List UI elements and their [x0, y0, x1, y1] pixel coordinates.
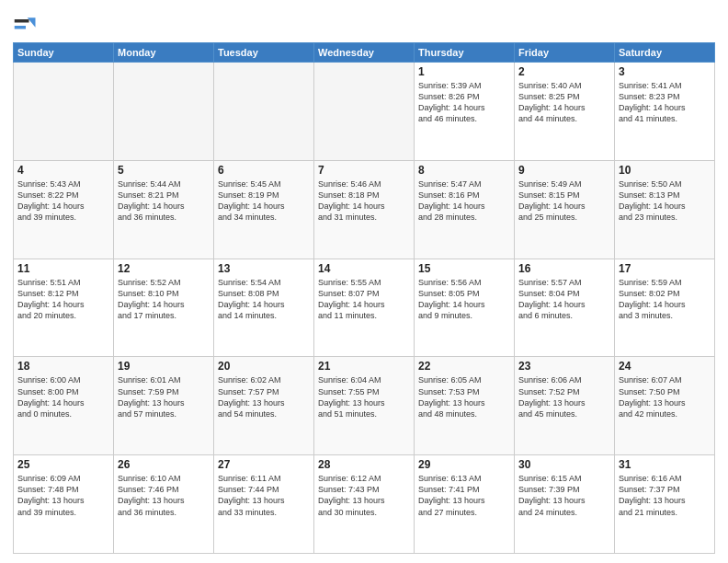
day-info: Sunrise: 5:51 AM Sunset: 8:12 PM Dayligh… — [17, 277, 109, 322]
day-number: 11 — [17, 262, 109, 275]
day-info: Sunrise: 6:07 AM Sunset: 7:50 PM Dayligh… — [619, 374, 711, 419]
day-info: Sunrise: 5:46 AM Sunset: 8:18 PM Dayligh… — [318, 178, 410, 224]
day-info: Sunrise: 5:55 AM Sunset: 8:07 PM Dayligh… — [318, 277, 410, 322]
calendar-cell: 5Sunrise: 5:44 AM Sunset: 8:21 PM Daylig… — [114, 160, 214, 259]
calendar-cell: 19Sunrise: 6:01 AM Sunset: 7:59 PM Dayli… — [114, 357, 214, 455]
day-number: 10 — [619, 164, 711, 177]
calendar-cell: 20Sunrise: 6:02 AM Sunset: 7:57 PM Dayli… — [214, 357, 314, 455]
day-number: 30 — [518, 458, 610, 471]
weekday-header-friday: Friday — [515, 43, 615, 63]
calendar-cell — [214, 63, 314, 161]
weekday-header-wednesday: Wednesday — [314, 43, 415, 63]
day-info: Sunrise: 6:11 AM Sunset: 7:44 PM Dayligh… — [218, 473, 310, 518]
calendar-cell: 24Sunrise: 6:07 AM Sunset: 7:50 PM Dayli… — [615, 357, 715, 455]
weekday-header-sunday: Sunday — [14, 43, 114, 63]
day-number: 12 — [118, 262, 210, 275]
day-number: 21 — [318, 360, 410, 373]
day-info: Sunrise: 5:43 AM Sunset: 8:22 PM Dayligh… — [17, 178, 109, 224]
day-info: Sunrise: 5:57 AM Sunset: 8:04 PM Dayligh… — [518, 277, 610, 322]
day-number: 19 — [118, 360, 210, 373]
calendar-cell: 26Sunrise: 6:10 AM Sunset: 7:46 PM Dayli… — [114, 455, 214, 554]
day-info: Sunrise: 6:13 AM Sunset: 7:41 PM Dayligh… — [418, 473, 510, 518]
weekday-header-tuesday: Tuesday — [214, 43, 314, 63]
day-info: Sunrise: 5:52 AM Sunset: 8:10 PM Dayligh… — [118, 277, 210, 322]
calendar-cell: 6Sunrise: 5:45 AM Sunset: 8:19 PM Daylig… — [214, 160, 314, 259]
calendar-cell: 3Sunrise: 5:41 AM Sunset: 8:23 PM Daylig… — [615, 63, 715, 161]
day-number: 13 — [218, 262, 310, 275]
day-number: 20 — [218, 360, 310, 373]
calendar-cell — [114, 63, 214, 161]
day-info: Sunrise: 5:39 AM Sunset: 8:26 PM Dayligh… — [418, 80, 510, 125]
day-info: Sunrise: 6:01 AM Sunset: 7:59 PM Dayligh… — [118, 374, 210, 419]
day-info: Sunrise: 6:15 AM Sunset: 7:39 PM Dayligh… — [518, 473, 610, 518]
day-info: Sunrise: 6:02 AM Sunset: 7:57 PM Dayligh… — [218, 374, 310, 419]
calendar-week-row: 1Sunrise: 5:39 AM Sunset: 8:26 PM Daylig… — [14, 63, 715, 161]
day-number: 2 — [518, 65, 610, 78]
day-number: 16 — [518, 262, 610, 275]
day-number: 25 — [17, 458, 109, 471]
page: SundayMondayTuesdayWednesdayThursdayFrid… — [0, 0, 728, 563]
day-info: Sunrise: 6:05 AM Sunset: 7:53 PM Dayligh… — [418, 374, 510, 419]
calendar-cell: 23Sunrise: 6:06 AM Sunset: 7:52 PM Dayli… — [515, 357, 615, 455]
day-number: 8 — [418, 164, 510, 177]
day-number: 23 — [518, 360, 610, 373]
calendar-cell: 11Sunrise: 5:51 AM Sunset: 8:12 PM Dayli… — [14, 259, 114, 357]
calendar-week-row: 18Sunrise: 6:00 AM Sunset: 8:00 PM Dayli… — [14, 357, 715, 455]
calendar-week-row: 25Sunrise: 6:09 AM Sunset: 7:48 PM Dayli… — [14, 455, 715, 554]
day-info: Sunrise: 5:45 AM Sunset: 8:19 PM Dayligh… — [218, 178, 310, 224]
day-info: Sunrise: 5:56 AM Sunset: 8:05 PM Dayligh… — [418, 277, 510, 322]
calendar-cell: 17Sunrise: 5:59 AM Sunset: 8:02 PM Dayli… — [615, 259, 715, 357]
calendar-cell — [314, 63, 415, 161]
day-number: 28 — [318, 458, 410, 471]
day-info: Sunrise: 6:16 AM Sunset: 7:37 PM Dayligh… — [619, 473, 711, 518]
day-number: 29 — [418, 458, 510, 471]
day-number: 22 — [418, 360, 510, 373]
calendar-cell: 31Sunrise: 6:16 AM Sunset: 7:37 PM Dayli… — [615, 455, 715, 554]
calendar-cell: 30Sunrise: 6:15 AM Sunset: 7:39 PM Dayli… — [515, 455, 615, 554]
svg-rect-3 — [15, 26, 26, 29]
calendar-cell: 10Sunrise: 5:50 AM Sunset: 8:13 PM Dayli… — [615, 160, 715, 259]
day-number: 3 — [619, 65, 711, 78]
calendar-cell: 2Sunrise: 5:40 AM Sunset: 8:25 PM Daylig… — [515, 63, 615, 161]
day-info: Sunrise: 5:50 AM Sunset: 8:13 PM Dayligh… — [619, 178, 711, 224]
weekday-header-thursday: Thursday — [415, 43, 515, 63]
day-number: 1 — [418, 65, 510, 78]
weekday-header-saturday: Saturday — [615, 43, 715, 63]
day-number: 4 — [17, 164, 109, 177]
calendar-cell: 7Sunrise: 5:46 AM Sunset: 8:18 PM Daylig… — [314, 160, 415, 259]
calendar-week-row: 11Sunrise: 5:51 AM Sunset: 8:12 PM Dayli… — [14, 259, 715, 357]
calendar-cell: 1Sunrise: 5:39 AM Sunset: 8:26 PM Daylig… — [415, 63, 515, 161]
day-number: 31 — [619, 458, 711, 471]
day-number: 18 — [17, 360, 109, 373]
day-info: Sunrise: 5:49 AM Sunset: 8:15 PM Dayligh… — [518, 178, 610, 224]
day-info: Sunrise: 5:54 AM Sunset: 8:08 PM Dayligh… — [218, 277, 310, 322]
day-info: Sunrise: 6:12 AM Sunset: 7:43 PM Dayligh… — [318, 473, 410, 518]
calendar-cell: 15Sunrise: 5:56 AM Sunset: 8:05 PM Dayli… — [415, 259, 515, 357]
day-info: Sunrise: 5:41 AM Sunset: 8:23 PM Dayligh… — [619, 80, 711, 125]
day-number: 15 — [418, 262, 510, 275]
day-number: 17 — [619, 262, 711, 275]
day-info: Sunrise: 5:47 AM Sunset: 8:16 PM Dayligh… — [418, 178, 510, 224]
calendar-cell: 16Sunrise: 5:57 AM Sunset: 8:04 PM Dayli… — [515, 259, 615, 357]
header — [13, 9, 715, 39]
calendar-cell: 21Sunrise: 6:04 AM Sunset: 7:55 PM Dayli… — [314, 357, 415, 455]
day-info: Sunrise: 6:09 AM Sunset: 7:48 PM Dayligh… — [17, 473, 109, 518]
calendar-cell: 9Sunrise: 5:49 AM Sunset: 8:15 PM Daylig… — [515, 160, 615, 259]
day-number: 24 — [619, 360, 711, 373]
calendar-cell: 8Sunrise: 5:47 AM Sunset: 8:16 PM Daylig… — [415, 160, 515, 259]
calendar-header-row: SundayMondayTuesdayWednesdayThursdayFrid… — [14, 43, 715, 63]
day-number: 7 — [318, 164, 410, 177]
weekday-header-monday: Monday — [114, 43, 214, 63]
day-info: Sunrise: 5:44 AM Sunset: 8:21 PM Dayligh… — [118, 178, 210, 224]
day-number: 26 — [118, 458, 210, 471]
calendar-cell — [14, 63, 114, 161]
svg-rect-2 — [15, 19, 29, 23]
calendar-cell: 13Sunrise: 5:54 AM Sunset: 8:08 PM Dayli… — [214, 259, 314, 357]
day-number: 5 — [118, 164, 210, 177]
day-info: Sunrise: 6:06 AM Sunset: 7:52 PM Dayligh… — [518, 374, 610, 419]
day-info: Sunrise: 5:40 AM Sunset: 8:25 PM Dayligh… — [518, 80, 610, 125]
calendar-cell: 14Sunrise: 5:55 AM Sunset: 8:07 PM Dayli… — [314, 259, 415, 357]
day-info: Sunrise: 5:59 AM Sunset: 8:02 PM Dayligh… — [619, 277, 711, 322]
calendar-cell: 25Sunrise: 6:09 AM Sunset: 7:48 PM Dayli… — [14, 455, 114, 554]
calendar-cell: 28Sunrise: 6:12 AM Sunset: 7:43 PM Dayli… — [314, 455, 415, 554]
